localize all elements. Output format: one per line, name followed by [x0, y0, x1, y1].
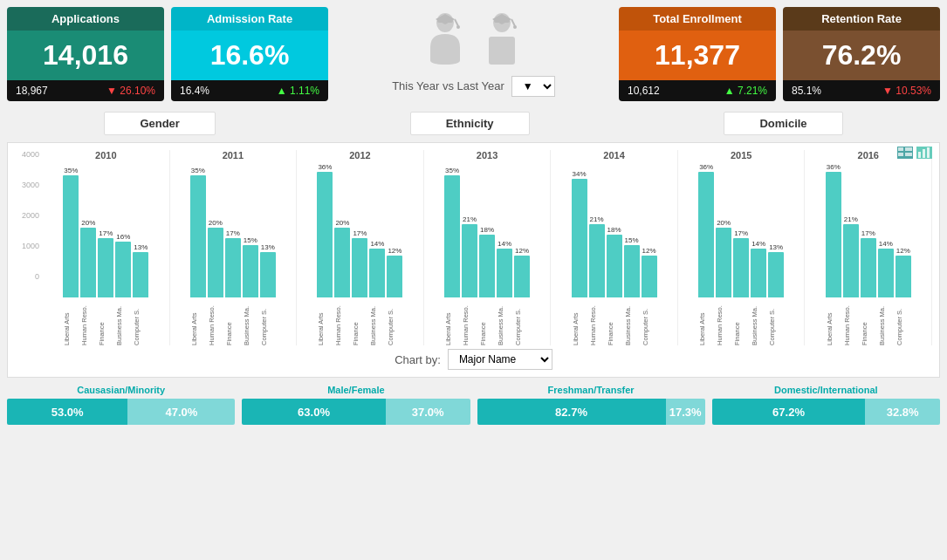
stat-bar-right: 17.3% — [666, 399, 705, 425]
bar — [642, 256, 657, 297]
female-grad-icon — [422, 12, 470, 69]
bar — [698, 172, 714, 297]
chart-icon-table[interactable] — [897, 147, 913, 159]
year-label: 2016 — [858, 150, 879, 160]
stat-section: Freshman/Transfer82.7%17.3% — [477, 385, 705, 425]
grad-icons — [422, 12, 526, 69]
bar-wrap: 36% — [826, 163, 841, 297]
chart-icons — [897, 147, 932, 159]
bar-name-label: Business Ma. — [751, 300, 766, 345]
bar-name-label: Computer S. — [896, 300, 911, 345]
bar-name-label: Finance — [479, 300, 495, 345]
bar-name-label: Business Ma. — [497, 300, 512, 345]
bar — [225, 238, 241, 297]
bar-pct: 20% — [81, 219, 95, 227]
bar-wrap: 17% — [225, 229, 241, 297]
enrollment-footer: 10,612 ▲ 7.21% — [619, 80, 776, 101]
bar — [768, 252, 784, 297]
bar-pct: 15% — [625, 236, 639, 244]
bar — [334, 228, 350, 297]
svg-rect-15 — [918, 152, 921, 158]
chart-wrapper: 40003000200010000 201035%20%17%16%13%Lib… — [15, 150, 932, 345]
bar-labels: Liberal ArtsHuman Reso.FinanceBusiness M… — [698, 300, 784, 345]
bar-wrap: 20% — [716, 219, 731, 297]
stat-section: Causasian/Minority53.0%47.0% — [7, 385, 235, 425]
bar — [607, 235, 622, 297]
bar-pct: 20% — [209, 219, 223, 227]
bar-wrap: 14% — [497, 240, 512, 297]
year-compare-select[interactable]: ▼ — [511, 76, 555, 97]
stat-bar-row: 53.0%47.0% — [7, 399, 235, 425]
bar-pct: 20% — [717, 219, 731, 227]
bars-group: 36%20%17%14%13% — [698, 162, 784, 297]
bar — [317, 172, 333, 297]
y-axis-label: 3000 — [15, 181, 39, 189]
years-container: 201035%20%17%16%13%Liberal ArtsHuman Res… — [43, 150, 932, 345]
bar-wrap: 15% — [624, 236, 640, 297]
enrollment-value: 11,377 — [619, 31, 776, 80]
bar-pct: 35% — [445, 167, 459, 174]
gender-filter[interactable]: Gender — [104, 112, 216, 135]
bar — [462, 224, 477, 297]
chart-by-select[interactable]: Major NameDepartmentCollege — [448, 349, 552, 370]
bar-pct: 14% — [751, 240, 765, 248]
bar-pct: 14% — [370, 240, 384, 248]
bottom-stats-row: Causasian/Minority53.0%47.0%Male/Female6… — [7, 385, 940, 425]
bar-name-label: Finance — [225, 300, 241, 345]
year-group: 201035%20%17%16%13%Liberal ArtsHuman Res… — [43, 150, 170, 345]
stat-section: Domestic/International67.2%32.8% — [712, 385, 940, 425]
bar-name-label: Liberal Arts — [572, 300, 587, 345]
bar-wrap: 14% — [878, 240, 894, 297]
bar-name-label: Computer S. — [514, 300, 530, 345]
chart-icon-bar[interactable] — [916, 147, 932, 159]
bar-name-label: Computer S. — [642, 300, 657, 345]
applications-prev: 18,967 — [16, 85, 48, 97]
ethnicity-filter[interactable]: Ethnicity — [410, 112, 530, 135]
bar-wrap: 17% — [733, 229, 749, 297]
bar-wrap: 14% — [751, 240, 766, 297]
bar-wrap: 35% — [444, 167, 460, 297]
bar-name-label: Computer S. — [768, 300, 784, 345]
year-compare-label: This Year vs Last Year — [392, 79, 504, 92]
bar-name-label: Human Reso. — [334, 300, 350, 345]
bar-name-label: Human Reso. — [462, 300, 477, 345]
svg-rect-16 — [923, 149, 925, 158]
bar — [716, 228, 731, 297]
retention-change: ▼ 10.53% — [882, 85, 931, 97]
chart-by-row: Chart by: Major NameDepartmentCollege — [15, 349, 932, 370]
bar — [63, 175, 79, 297]
stat-bar-left: 82.7% — [477, 399, 666, 425]
bar-labels: Liberal ArtsHuman Reso.FinanceBusiness M… — [190, 300, 276, 345]
bar — [115, 242, 131, 297]
bar-wrap: 12% — [642, 247, 657, 297]
domicile-filter[interactable]: Domicile — [724, 112, 842, 135]
bar-pct: 12% — [642, 247, 656, 255]
bar — [878, 249, 894, 297]
year-label: 2010 — [95, 150, 116, 160]
bar — [208, 228, 223, 297]
bar — [243, 245, 258, 297]
bar-wrap: 20% — [334, 219, 350, 297]
bar-pct: 15% — [244, 236, 257, 244]
bar-labels: Liberal ArtsHuman Reso.FinanceBusiness M… — [826, 300, 911, 345]
admission-change: ▲ 1.11% — [277, 85, 319, 97]
bar-name-label: Human Reso. — [80, 300, 96, 345]
applications-header: Applications — [7, 7, 164, 31]
svg-rect-6 — [489, 37, 515, 65]
bar-name-label: Human Reso. — [716, 300, 731, 345]
bar-pct: 36% — [699, 163, 713, 171]
bar — [624, 245, 640, 297]
male-grad-icon — [478, 12, 526, 69]
bar-wrap: 36% — [698, 163, 714, 297]
stat-bar-row: 82.7%17.3% — [477, 399, 705, 425]
bar — [80, 228, 96, 297]
bar — [733, 238, 749, 297]
bar-name-label: Liberal Arts — [698, 300, 714, 345]
stat-bar-left: 67.2% — [712, 399, 866, 425]
bar-name-label: Business Ma. — [369, 300, 385, 345]
svg-rect-14 — [905, 153, 912, 156]
year-group: 201434%21%18%15%12%Liberal ArtsHuman Res… — [551, 150, 678, 345]
bar-name-label: Human Reso. — [843, 300, 859, 345]
svg-line-3 — [455, 19, 458, 26]
filter-row: Gender Ethnicity Domicile — [7, 108, 940, 139]
